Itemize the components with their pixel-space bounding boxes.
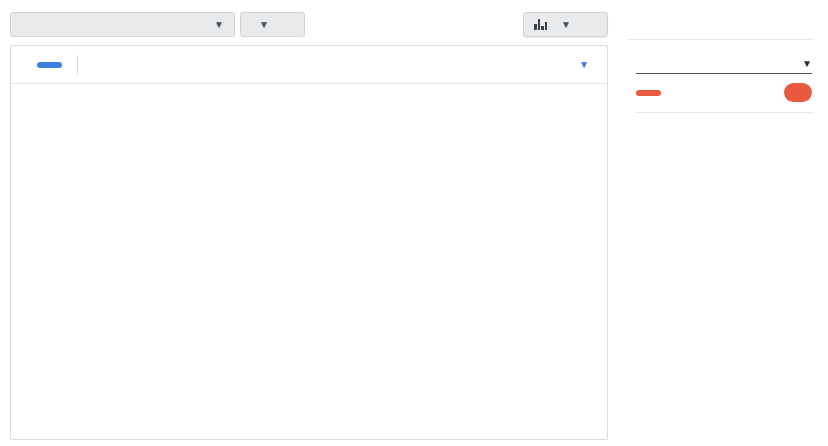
granularity-dropdown[interactable]: ▼ — [240, 12, 305, 37]
group-by-bar: ▼ — [11, 46, 607, 84]
chevron-down-icon: ▼ — [561, 20, 571, 30]
plot-area — [57, 122, 600, 338]
chevron-down-icon: ▼ — [259, 20, 269, 30]
chevron-down-icon: ▼ — [579, 60, 589, 70]
group-by-more-dropdown[interactable]: ▼ — [574, 60, 589, 70]
filters-sidebar: ▼ — [620, 0, 820, 113]
chevron-down-icon: ▼ — [802, 59, 812, 69]
date-range-dropdown[interactable]: ▼ — [10, 12, 235, 37]
chart-panel: ▼ — [10, 45, 608, 440]
tag-key-dropdown[interactable]: ▼ — [636, 59, 812, 74]
chart-style-dropdown[interactable]: ▼ — [523, 12, 608, 37]
tag-filter-section: ▼ — [628, 40, 814, 113]
tag-count-badge — [784, 83, 812, 102]
filters-header — [628, 0, 814, 40]
tag-filter-label — [636, 40, 814, 59]
tag-value-chip[interactable] — [636, 90, 661, 96]
group-by-active-pill[interactable] — [37, 62, 62, 68]
cost-explorer-page: ▼ ▼ ▼ ▼ — [0, 0, 828, 446]
tag-chip-row — [636, 74, 814, 113]
chevron-down-icon: ▼ — [214, 20, 224, 30]
bar-chart-icon — [534, 19, 547, 30]
divider — [77, 55, 78, 75]
